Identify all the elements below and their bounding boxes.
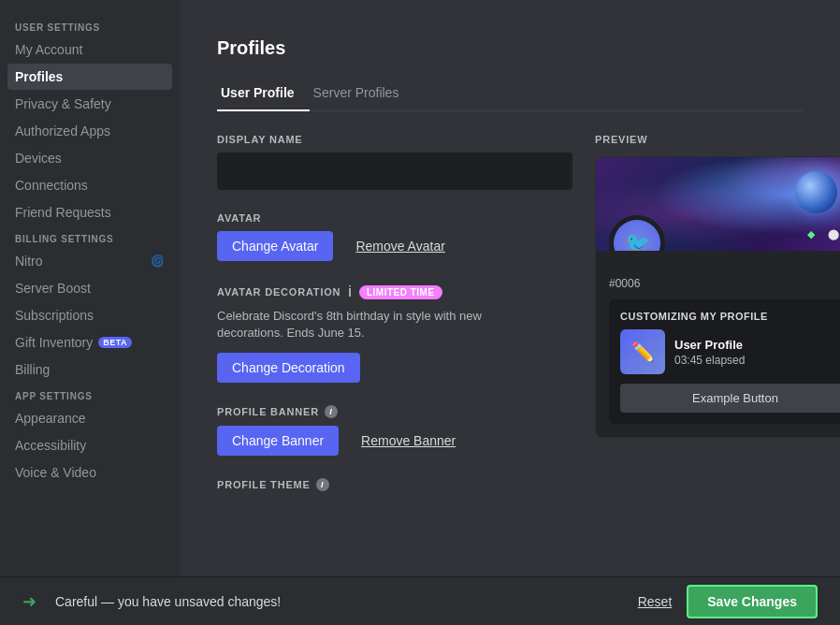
profile-theme-info-icon[interactable]: i: [316, 478, 329, 491]
activity-name: User Profile: [674, 338, 840, 352]
beta-badge: BETA: [98, 337, 132, 348]
reset-button[interactable]: Reset: [638, 594, 673, 609]
profile-banner-label: PROFILE BANNER i: [217, 405, 572, 418]
tab-user-profile[interactable]: User Profile: [217, 78, 310, 111]
avatar-decoration-info-icon[interactable]: i: [348, 283, 352, 300]
activity-elapsed: 03:45 elapsed: [674, 354, 840, 367]
change-decoration-button[interactable]: Change Decoration: [217, 353, 360, 383]
preview-avatar-circle: 🐦: [609, 215, 665, 251]
page-title: Profiles: [217, 37, 803, 59]
preview-panel: PREVIEW 🖼 🐦: [595, 134, 840, 514]
tab-server-profiles[interactable]: Server Profiles: [310, 78, 414, 111]
avatar-decoration-label: AVATAR DECORATION: [217, 286, 340, 298]
sidebar-item-voice-video[interactable]: Voice & Video: [7, 459, 172, 486]
sidebar-label-billing: Billing: [15, 362, 50, 377]
app-layout: USER SETTINGS My Account Profiles Privac…: [0, 0, 840, 576]
avatar-decoration-header: AVATAR DECORATION i LIMITED TIME: [217, 283, 572, 300]
sidebar-item-devices[interactable]: Devices: [7, 145, 172, 171]
sidebar-label-subscriptions: Subscriptions: [15, 308, 94, 323]
display-name-group: DISPLAY NAME: [217, 134, 572, 190]
decoration-description: Celebrate Discord's 8th birthday in styl…: [217, 308, 516, 342]
change-avatar-button[interactable]: Change Avatar: [217, 231, 333, 261]
sidebar: USER SETTINGS My Account Profiles Privac…: [0, 0, 180, 576]
sidebar-item-privacy-safety[interactable]: Privacy & Safety: [7, 91, 172, 117]
preview-label: PREVIEW: [595, 134, 840, 145]
preview-activity-row: ✏️ User Profile 03:45 elapsed: [620, 329, 840, 374]
display-name-label: DISPLAY NAME: [217, 134, 572, 145]
profile-theme-label: PROFILE THEME i: [217, 478, 572, 491]
preview-card: 🖼 🐦 ◆ ⬤ ▲: [595, 156, 840, 438]
tabs-bar: User Profile Server Profiles: [217, 78, 803, 111]
avatar-buttons: Change Avatar Remove Avatar: [217, 231, 572, 261]
sidebar-label-appearance: Appearance: [15, 411, 86, 426]
avatar-inner: 🐦: [614, 220, 660, 251]
preview-banner: 🖼 🐦 ◆ ⬤ ▲: [596, 157, 840, 251]
preview-activity-section: CUSTOMIZING MY PROFILE ✏️ User Profile 0…: [609, 299, 840, 424]
sidebar-label-devices: Devices: [15, 151, 62, 166]
sidebar-item-profiles[interactable]: Profiles: [7, 64, 172, 90]
remove-banner-button[interactable]: Remove Banner: [346, 426, 471, 456]
sidebar-label-accessibility: Accessibility: [15, 438, 86, 453]
sidebar-item-server-boost[interactable]: Server Boost: [7, 275, 172, 301]
sidebar-item-subscriptions[interactable]: Subscriptions: [7, 302, 172, 328]
sidebar-item-billing[interactable]: Billing: [7, 356, 172, 383]
activity-info: User Profile 03:45 elapsed: [674, 338, 840, 367]
sidebar-item-connections[interactable]: Connections: [7, 172, 172, 198]
nitro-icon: 🌀: [151, 254, 165, 268]
sidebar-item-my-account[interactable]: My Account: [7, 36, 172, 63]
preview-banner-sphere: [795, 171, 837, 213]
preview-activity-title: CUSTOMIZING MY PROFILE: [620, 311, 840, 322]
sidebar-label-privacy-safety: Privacy & Safety: [15, 96, 111, 111]
example-button[interactable]: Example Button: [620, 384, 840, 413]
display-name-input[interactable]: [217, 153, 572, 190]
remove-avatar-button[interactable]: Remove Avatar: [340, 231, 459, 261]
profile-banner-info-icon[interactable]: i: [325, 405, 338, 418]
sidebar-label-authorized-apps: Authorized Apps: [15, 124, 110, 138]
profile-banner-group: PROFILE BANNER i Change Banner Remove Ba…: [217, 405, 572, 456]
sidebar-item-authorized-apps[interactable]: Authorized Apps: [7, 118, 172, 144]
sidebar-label-friend-requests: Friend Requests: [15, 205, 111, 220]
sidebar-label-gift-inventory: Gift Inventory: [15, 335, 93, 350]
diamond-icon[interactable]: ◆: [802, 225, 820, 243]
save-changes-button[interactable]: Save Changes: [687, 585, 818, 618]
sidebar-label-profiles: Profiles: [15, 69, 63, 84]
profile-theme-group: PROFILE THEME i: [217, 478, 572, 491]
unsaved-arrow-icon: ➜: [22, 591, 36, 612]
avatar-group: AVATAR Change Avatar Remove Avatar: [217, 212, 572, 261]
sidebar-item-gift-inventory[interactable]: Gift Inventory BETA: [7, 329, 172, 356]
sidebar-item-accessibility[interactable]: Accessibility: [7, 432, 172, 458]
sidebar-label-nitro: Nitro: [15, 254, 43, 269]
preview-body: #0006 CUSTOMIZING MY PROFILE ✏️ User Pro…: [596, 251, 840, 437]
change-banner-button[interactable]: Change Banner: [217, 426, 339, 456]
sidebar-item-appearance[interactable]: Appearance: [7, 405, 172, 431]
sidebar-label-voice-video: Voice & Video: [15, 465, 96, 480]
form-section: DISPLAY NAME AVATAR Change Avatar Remove…: [217, 134, 572, 514]
preview-discriminator: #0006: [609, 277, 840, 290]
content-row: DISPLAY NAME AVATAR Change Avatar Remove…: [217, 134, 803, 514]
banner-buttons: Change Banner Remove Banner: [217, 426, 572, 456]
section-label-app-settings: APP SETTINGS: [7, 384, 172, 405]
section-label-billing-settings: BILLING SETTINGS: [7, 226, 172, 248]
activity-thumbnail: ✏️: [620, 329, 665, 374]
avatar-decoration-group: AVATAR DECORATION i LIMITED TIME Celebra…: [217, 283, 572, 383]
sidebar-label-connections: Connections: [15, 178, 88, 193]
sidebar-item-friend-requests[interactable]: Friend Requests: [7, 199, 172, 225]
bottom-bar: ➜ Careful — you have unsaved changes! Re…: [0, 576, 840, 625]
sidebar-item-nitro[interactable]: Nitro 🌀: [7, 248, 172, 274]
unsaved-message: Careful — you have unsaved changes!: [55, 594, 281, 609]
preview-icons-row: ◆ ⬤ ▲: [802, 225, 840, 243]
circle-icon[interactable]: ⬤: [824, 225, 840, 243]
main-content: Profiles User Profile Server Profiles DI…: [180, 0, 840, 576]
section-label-user-settings: USER SETTINGS: [7, 15, 172, 36]
sidebar-label-server-boost: Server Boost: [15, 281, 91, 296]
limited-time-badge: LIMITED TIME: [359, 285, 442, 299]
avatar-label: AVATAR: [217, 212, 572, 224]
sidebar-label-my-account: My Account: [15, 42, 82, 57]
preview-avatar-area: 🐦: [609, 215, 665, 251]
